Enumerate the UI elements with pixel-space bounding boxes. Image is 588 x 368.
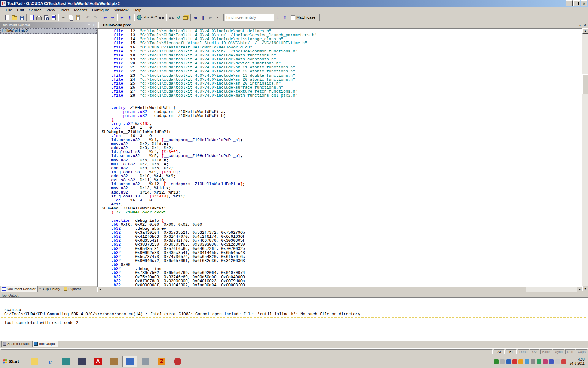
open-file-button[interactable] [11,14,18,21]
cut-button[interactable]: ✂ [60,14,67,21]
tray-icon-2[interactable] [500,359,505,364]
acrobat-button[interactable]: A [91,356,105,367]
scroll-left-icon[interactable]: ◄ [97,287,103,292]
textpad-taskbar-button[interactable] [123,356,137,367]
tray-icon-10[interactable] [549,359,554,364]
sort-button[interactable]: A↓Z [150,14,158,21]
search-toolbar-gripper[interactable] [222,14,224,21]
copy-button[interactable] [67,14,74,21]
menu-configure[interactable]: Configure [90,7,112,13]
record-macro-button[interactable]: ● [192,14,199,21]
menu-file[interactable]: File [3,7,15,13]
code-line-22: .param .u32 __cudaparm__Z10HelloWorldPcP… [102,114,582,118]
app-button-brown[interactable] [107,356,121,367]
app-button-red[interactable] [170,356,185,367]
file-item-helloworld.ptx2[interactable]: HelloWorld.ptx2 [0,28,97,34]
editor-vertical-scrollbar[interactable]: ▲ ▼ [582,28,588,291]
horizontal-scroll-thumb[interactable] [103,287,526,292]
code-line-49: .b8 0xf6, 0x02, 0x00, 0x00, 0x02, 0x00 [102,223,582,227]
tab-search-results[interactable]: Search Results [1,341,32,347]
find-in-files-button[interactable] [158,14,165,21]
editor-horizontal-scrollbar[interactable]: ◄ ► [97,287,582,292]
window-title: TextPad - O:\CUDA C\Tests\test HelloWorl… [7,1,566,6]
toolbar-gripper[interactable] [1,14,2,21]
macro-menu-button[interactable]: ▾ [214,14,221,21]
tray-icon-6[interactable] [525,359,529,364]
tray-icon-3[interactable] [506,359,511,364]
filezilla-icon: Z [158,358,165,365]
tray-icon-4[interactable] [512,359,517,364]
print-preview-button[interactable] [43,14,50,21]
panel-close-button[interactable]: ✕ [92,23,96,27]
title-bar: TextPad - O:\CUDA C\Tests\test HelloWorl… [0,0,588,7]
match-case-checkbox[interactable] [291,15,295,20]
replace-button[interactable]: ↺ [175,14,182,21]
menu-tools[interactable]: Tools [58,7,72,13]
tab-menu-icon[interactable]: ▾ [579,23,581,27]
minimize-button[interactable] [566,0,573,6]
clock-date: 24-6-2011 [570,362,585,366]
scroll-right-icon[interactable]: ► [577,287,582,292]
tab-document-selector[interactable]: Document Selector [1,286,38,292]
find-incrementally-input[interactable] [225,14,274,21]
app-button-gray[interactable] [138,356,153,367]
menu-view[interactable]: View [44,7,58,13]
pause-macro-button[interactable]: ‖ [199,14,207,21]
code-editor[interactable]: .file 12 "c:\tools\cuda\toolkit 4.0\v4.0… [97,28,582,287]
properties-button[interactable] [50,14,57,21]
menu-window[interactable]: Window [112,7,131,13]
tray-icon-1[interactable] [494,359,499,364]
tab-helloworld-ptx2[interactable]: HelloWorld.ptx2 [98,22,135,28]
find-next-button[interactable]: ⇩ [274,14,281,21]
close-button[interactable]: × [581,0,587,6]
undo-button[interactable]: ↶ [84,14,92,21]
redo-button[interactable]: ↷ [92,14,99,21]
scroll-up-icon[interactable]: ▲ [582,28,588,34]
new-document-button[interactable] [3,14,11,21]
pin-button[interactable] [87,23,91,27]
filezilla-button[interactable]: Z [154,356,169,367]
unindent-button[interactable]: ⇤ [101,14,109,21]
tab-explorer[interactable]: Explorer [62,286,83,292]
vertical-scroll-thumb[interactable] [582,74,588,94]
tray-icon-11[interactable] [555,359,560,364]
tray-icon-5[interactable] [518,359,523,364]
word-wrap-button[interactable]: ↵ [119,14,126,21]
tab-close-icon[interactable]: ✕ [583,23,586,27]
print-button[interactable] [35,14,43,21]
folder-button[interactable] [27,356,42,367]
output-line-1: scan.cu [4,308,588,312]
tool-output-body[interactable]: scan.cuC:/Tools/CUDA/GPU Computing SDK 4… [0,297,588,341]
paragraph-marks-button[interactable]: ¶ [126,14,133,21]
document-button[interactable] [28,14,35,21]
app-button-dark[interactable] [75,356,89,367]
menu-edit[interactable]: Edit [15,7,26,13]
save-button[interactable] [18,14,25,21]
tool-output-caption: Tool Output [0,293,588,297]
spell-check-button[interactable]: ab✔ [143,14,150,21]
paste-button[interactable] [74,14,82,21]
play-macro-button[interactable]: ▶ [207,14,214,21]
browser-button[interactable] [136,14,143,21]
tab-clip-library[interactable]: ✎ Clip Library [38,286,62,292]
tray-icon-8[interactable] [537,359,541,364]
status-indicator-ovr: Ovr [530,349,539,354]
tray-icon-7[interactable] [531,359,535,364]
taskbar-clock[interactable]: 4:38 24-6-2011 [570,358,585,366]
workspace-button[interactable] [182,14,190,21]
indent-button[interactable]: ⇥ [109,14,116,21]
tab-tool-output[interactable]: Tool Output [32,341,58,347]
app-button-teal[interactable] [59,356,74,367]
view-button[interactable] [168,14,175,21]
menu-gripper[interactable] [1,7,2,13]
scroll-down-icon[interactable]: ▼ [582,286,588,291]
menu-search[interactable]: Search [26,7,44,13]
restore-button[interactable] [573,0,580,6]
tray-icon-12[interactable] [561,359,566,364]
menu-macros[interactable]: Macros [72,7,90,13]
internet-explorer-button[interactable]: e [43,356,58,367]
menu-help[interactable]: Help [131,7,144,13]
find-previous-button[interactable]: ⇧ [281,14,288,21]
start-button[interactable]: Start [1,356,22,367]
tray-icon-9[interactable] [543,359,548,364]
